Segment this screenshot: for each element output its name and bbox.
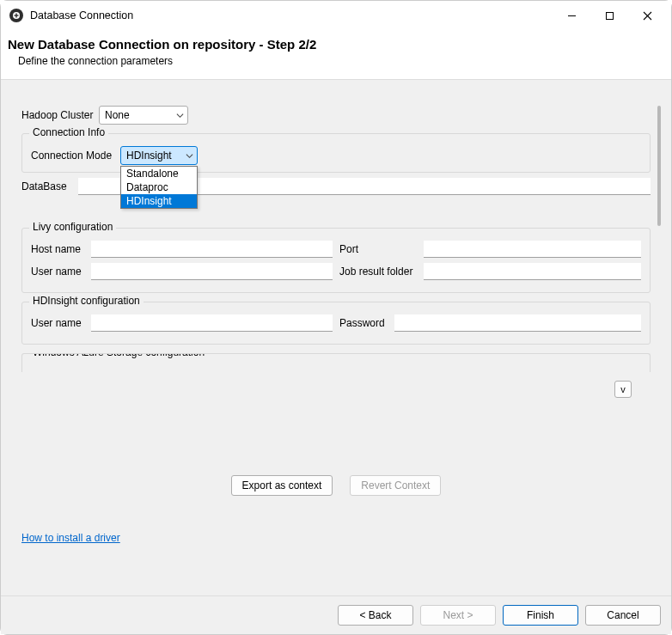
livy-host-label: Host name <box>31 243 86 255</box>
database-label: DataBase <box>21 180 73 192</box>
close-button[interactable] <box>628 3 666 28</box>
wizard-body: Hadoop Cluster None Connection Info Conn… <box>1 80 671 595</box>
svg-rect-2 <box>15 15 19 15</box>
connection-mode-option-dataproc[interactable]: Dataproc <box>121 180 197 194</box>
export-context-button[interactable]: Export as context <box>231 475 333 496</box>
hdinsight-row: User name Password <box>31 314 641 332</box>
overflow-button[interactable]: v <box>614 381 632 398</box>
connection-mode-dropdown: Standalone Dataproc HDInsight <box>120 166 198 209</box>
connection-info-group: Connection Info Connection Mode HDInsigh… <box>21 133 651 173</box>
wizard-footer: < Back Next > Finish Cancel <box>1 595 671 634</box>
connection-mode-option-hdinsight[interactable]: HDInsight <box>121 194 197 208</box>
install-driver-link[interactable]: How to install a driver <box>21 532 651 544</box>
connection-mode-select[interactable]: HDInsight Standalone Dataproc HDInsight <box>120 146 198 165</box>
hdinsight-pass-input[interactable] <box>394 314 641 332</box>
livy-port-input[interactable] <box>424 241 641 258</box>
livy-user-input[interactable] <box>91 263 333 280</box>
hdinsight-pass-label: Password <box>339 317 389 329</box>
wizard-header: New Database Connection on repository - … <box>1 30 671 80</box>
close-icon <box>643 11 652 21</box>
title-bar: Database Connection <box>1 1 671 30</box>
hdinsight-title: HDInsight configuration <box>29 295 144 307</box>
hdinsight-group: HDInsight configuration User name Passwo… <box>21 302 651 345</box>
connection-mode-label: Connection Mode <box>31 150 120 162</box>
next-button[interactable]: Next > <box>420 605 496 626</box>
connection-mode-row: Connection Mode HDInsight Standalone Dat… <box>31 146 641 165</box>
wizard-subtitle: Define the connection parameters <box>18 55 659 67</box>
livy-folder-label: Job result folder <box>339 266 418 278</box>
livy-port-label: Port <box>339 243 418 255</box>
finish-button[interactable]: Finish <box>503 605 578 626</box>
livy-row-1: Host name Port <box>31 241 641 258</box>
database-row: DataBase <box>21 178 651 195</box>
livy-folder-input[interactable] <box>424 263 641 280</box>
back-button[interactable]: < Back <box>338 605 413 626</box>
app-icon <box>9 9 23 22</box>
azure-title: Windows Azure Storage configuration <box>29 353 208 358</box>
hdinsight-user-input[interactable] <box>91 314 333 332</box>
azure-group: Windows Azure Storage configuration <box>21 353 651 372</box>
revert-context-button[interactable]: Revert Context <box>350 475 441 496</box>
hdinsight-user-label: User name <box>31 317 86 329</box>
minimize-icon <box>567 11 577 21</box>
minimize-button[interactable] <box>553 3 590 28</box>
livy-group: Livy configuration Host name Port User n… <box>21 228 651 293</box>
livy-host-input[interactable] <box>91 241 333 258</box>
maximize-icon <box>605 11 614 21</box>
svg-rect-4 <box>606 12 613 19</box>
livy-row-2: User name Job result folder <box>31 263 641 280</box>
chevron-down-icon <box>176 112 184 119</box>
window-title: Database Connection <box>30 9 553 21</box>
form-content: Hadoop Cluster None Connection Info Conn… <box>21 106 651 377</box>
livy-user-label: User name <box>31 266 86 278</box>
chevron-down-icon <box>186 152 193 160</box>
dialog-window: Database Connection New Database Connect… <box>0 0 672 635</box>
scrollbar-thumb[interactable] <box>657 106 661 226</box>
context-buttons: Export as context Revert Context <box>21 455 651 516</box>
maximize-button[interactable] <box>590 3 628 28</box>
hadoop-cluster-value: None <box>105 109 173 121</box>
hadoop-cluster-label: Hadoop Cluster <box>21 109 99 121</box>
overflow-area: v <box>614 381 632 398</box>
connection-mode-value: HDInsight <box>126 150 182 162</box>
connection-mode-option-standalone[interactable]: Standalone <box>121 167 197 180</box>
connection-info-title: Connection Info <box>29 126 108 138</box>
hadoop-cluster-select[interactable]: None <box>99 106 188 125</box>
window-controls <box>553 3 666 28</box>
cancel-button[interactable]: Cancel <box>585 605 661 626</box>
hadoop-cluster-row: Hadoop Cluster None <box>21 106 651 125</box>
wizard-title: New Database Connection on repository - … <box>8 37 659 52</box>
livy-title: Livy configuration <box>29 221 116 233</box>
